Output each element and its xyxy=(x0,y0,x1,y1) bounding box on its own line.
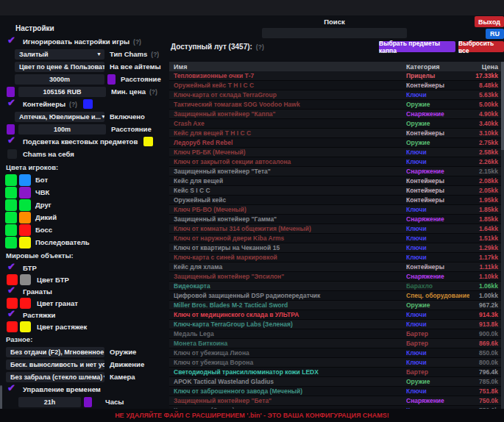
table-row[interactable]: Ключ-карта с синей маркировкой Ключи 1.1… xyxy=(169,253,501,262)
player-color-swatch-secondary[interactable] xyxy=(19,224,31,236)
item-category: Ключи xyxy=(406,349,469,357)
table-row[interactable]: Тактический томагавк SOG Voodoo Hawk Ору… xyxy=(169,100,501,110)
table-row[interactable]: Ключ от заброшенного завода (Меченый) Кл… xyxy=(169,387,501,396)
containers-distance-input[interactable]: 100m xyxy=(18,124,106,135)
table-row[interactable]: Кейс для вещей T H I C C Контейнеры 3.10… xyxy=(169,129,501,138)
hours-input[interactable]: 21h xyxy=(18,397,81,407)
item-name: Ледоруб Red Rebel xyxy=(169,139,406,146)
distance-input[interactable]: 3000m xyxy=(15,74,104,85)
language-button[interactable]: RU xyxy=(486,29,504,39)
player-color-swatch-primary[interactable] xyxy=(5,237,17,248)
help-hint[interactable]: (?) xyxy=(133,38,141,46)
table-row[interactable]: Ключ РБ-БК (Меченый) Ключи 2.58kk xyxy=(169,148,501,157)
column-header-name[interactable]: Имя xyxy=(169,63,406,71)
table-row[interactable]: Медаль Lega Бартер 900.0k xyxy=(169,329,501,339)
help-hint[interactable]: (?) xyxy=(149,88,157,96)
item-name: Ключ от медицинского склада в УЛЬТРА xyxy=(169,311,406,318)
select-kappa-items-button[interactable]: Выбрать предметы каппа xyxy=(379,41,455,52)
distance-color-swatch[interactable] xyxy=(107,74,116,85)
table-row[interactable]: Защищенный контейнер "Тета" Снаряжение 2… xyxy=(169,167,501,176)
table-row[interactable]: Цифровой защищенный DSP радиопередатчик … xyxy=(169,291,501,301)
world-color-swatch-primary[interactable] xyxy=(7,274,18,285)
table-row[interactable]: Ключ от комнаты 314 общежития (Меченый) … xyxy=(169,224,501,234)
misc-dropdown[interactable]: Беск. выносливость и нет уста ▼ xyxy=(6,360,104,370)
table-row[interactable]: APOK Tactical Wasteland Gladius Оружие 7… xyxy=(169,377,501,387)
world-color-swatch-secondary[interactable] xyxy=(20,321,31,332)
table-row[interactable]: Защищенный контейнер "Эпсилон" Снаряжени… xyxy=(169,272,501,282)
item-category: Оружие xyxy=(406,120,469,127)
column-header-category[interactable]: Категория xyxy=(406,63,469,71)
quest-items-color-swatch[interactable] xyxy=(143,137,153,146)
world-color-swatch-primary[interactable] xyxy=(7,298,18,309)
table-row[interactable]: Кейс для хлама Контейнеры 1.11kk xyxy=(169,262,501,272)
world-color-swatch-secondary[interactable] xyxy=(20,274,31,285)
world-object-checkbox[interactable] xyxy=(7,263,17,273)
search-input[interactable] xyxy=(262,28,407,38)
player-color-swatch-primary[interactable] xyxy=(5,187,17,199)
player-color-swatch-secondary[interactable] xyxy=(19,237,31,248)
ignore-game-settings-checkbox[interactable] xyxy=(7,37,17,46)
table-row[interactable]: Miller Bros. Blades M-2 Tactical Sword О… xyxy=(169,301,501,310)
all-items-dropdown[interactable]: Цвет по цене & Пользователь ▼ xyxy=(15,62,104,72)
min-price-color-swatch[interactable] xyxy=(7,87,15,97)
player-color-swatch-primary[interactable] xyxy=(5,199,17,211)
drop-all-button[interactable]: Выбросить все xyxy=(458,41,504,52)
table-row[interactable]: Монета Биткоина Бартер 869.6k xyxy=(169,339,501,348)
table-row[interactable]: Ключ-карта от склада TerraGroup Ключи 5.… xyxy=(169,90,501,100)
misc-dropdown[interactable]: Без забрала (стекло шлема) ▼ xyxy=(6,372,104,382)
table-row[interactable]: Видеокарта Барахло 1.06kk xyxy=(169,282,501,291)
quest-items-checkbox[interactable] xyxy=(7,137,17,146)
chams-self-checkbox[interactable] xyxy=(7,149,17,159)
item-name: Ключ от заброшенного завода (Меченый) xyxy=(169,387,406,395)
hours-color-swatch[interactable] xyxy=(84,397,92,407)
item-category: Ключи xyxy=(406,206,469,213)
loot-table-scrollbar[interactable] xyxy=(501,62,504,409)
table-row[interactable]: Ледоруб Red Rebel Оружие 2.75kk xyxy=(169,138,501,148)
hours-label: Часы xyxy=(105,398,124,406)
table-row[interactable]: Crash Axe Оружие 3.40kk xyxy=(169,119,501,129)
table-row[interactable]: Кейс для вещей Контейнеры 2.08kk xyxy=(169,176,501,186)
help-hint[interactable]: (?) xyxy=(151,51,159,58)
world-object-checkbox[interactable] xyxy=(7,287,17,296)
chams-type-dropdown[interactable]: Залитый ▼ xyxy=(15,49,104,60)
player-color-swatch-secondary[interactable] xyxy=(19,212,31,223)
world-color-swatch-primary[interactable] xyxy=(7,321,18,332)
item-price: 5.00kk xyxy=(469,101,501,108)
containers-distance-color-swatch[interactable] xyxy=(7,124,15,135)
column-header-price[interactable]: Цена xyxy=(469,63,501,71)
table-row[interactable]: Ключ от убежища Лиона Ключи 850.0k xyxy=(169,348,501,358)
player-color-swatch-secondary[interactable] xyxy=(19,187,31,199)
loot-table-scrollbar-thumb[interactable] xyxy=(501,62,504,150)
exit-button[interactable]: Выход xyxy=(475,16,504,27)
table-row[interactable]: Защищенный контейнер "Бета" Снаряжение 7… xyxy=(169,396,501,406)
table-row[interactable]: Светодиодный трансиллюминатор кожи LEDX … xyxy=(169,368,501,377)
table-row[interactable]: Кейс S I C C Контейнеры 2.05kk xyxy=(169,186,501,196)
table-row[interactable]: Ключ от закрытой секции автосалона Ключи… xyxy=(169,157,501,167)
containers-color-swatch[interactable] xyxy=(83,99,93,109)
table-row[interactable]: Защищенный контейнер "Каппа" Снаряжение … xyxy=(169,110,501,119)
player-color-swatch-primary[interactable] xyxy=(5,212,17,223)
player-color-swatch-primary[interactable] xyxy=(5,174,17,186)
table-row[interactable]: Защищенный контейнер "Гамма" Снаряжение … xyxy=(169,215,501,224)
table-row[interactable]: Ключ от наружной двери Kiba Arms Ключи 1… xyxy=(169,234,501,243)
containers-checkbox[interactable] xyxy=(7,99,17,109)
table-row[interactable]: Ключ от убежища Ворона Ключи 800.0k xyxy=(169,358,501,368)
misc-dropdown[interactable]: Без отдачи (F2), Мгновенное п ▼ xyxy=(6,347,104,357)
containers-mode-dropdown[interactable]: Аптечка, Ювелирные и... ▼ xyxy=(15,112,104,122)
world-color-swatch-secondary[interactable] xyxy=(20,298,31,309)
player-color-swatch-primary[interactable] xyxy=(5,224,17,236)
table-row[interactable]: Ключ РБ-ВО (Меченый) Ключи 1.85kk xyxy=(169,205,501,215)
min-price-input[interactable]: 105156 RUB xyxy=(18,87,106,97)
player-color-swatch-secondary[interactable] xyxy=(19,199,31,211)
world-object-checkbox[interactable] xyxy=(7,310,17,320)
table-row[interactable]: Ключ от медицинского склада в УЛЬТРА Клю… xyxy=(169,310,501,320)
table-row[interactable]: Тепловизионные очки Т-7 Прицелы 17.33kk xyxy=(169,71,501,81)
time-control-checkbox[interactable] xyxy=(7,385,17,394)
table-row[interactable]: Оружейный кейс Контейнеры 1.95kk xyxy=(169,196,501,205)
table-row[interactable]: Оружейный кейс T H I C C Контейнеры 8.48… xyxy=(169,81,501,90)
help-hint[interactable]: (?) xyxy=(69,101,77,108)
player-color-swatch-secondary[interactable] xyxy=(19,174,31,186)
table-row[interactable]: Ключ от квартиры на Чеканной 15 Ключи 1.… xyxy=(169,243,501,253)
help-hint[interactable]: (?) xyxy=(256,43,264,51)
table-row[interactable]: Ключ-карта TerraGroup Labs (Зеленая) Клю… xyxy=(169,320,501,329)
